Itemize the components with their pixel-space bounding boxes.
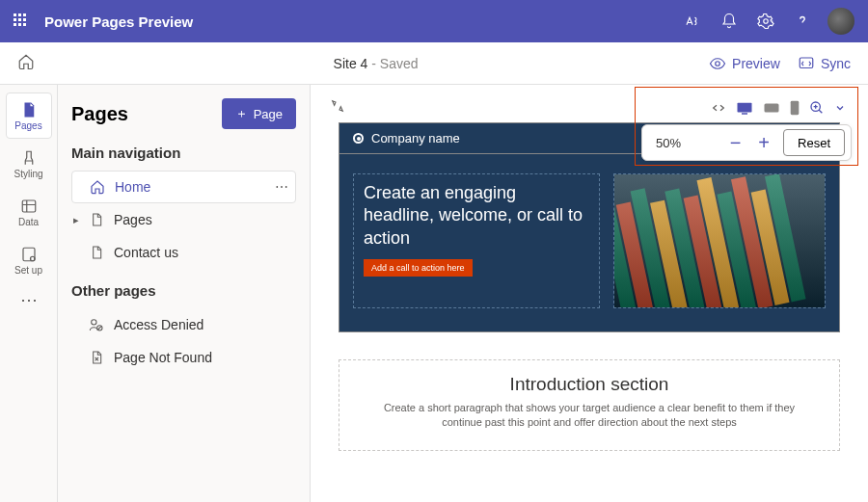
code-view-icon[interactable] bbox=[711, 100, 726, 116]
rail-more-icon[interactable]: ⋯ bbox=[20, 289, 38, 310]
hero-image[interactable] bbox=[613, 173, 826, 308]
app-title: Power Pages Preview bbox=[44, 13, 193, 30]
tree-label: Contact us bbox=[114, 245, 178, 260]
add-page-label: Page bbox=[254, 107, 283, 121]
rail-pages[interactable]: Pages bbox=[6, 92, 52, 139]
page-preview-scroll[interactable]: Company name Create an engaging headline… bbox=[326, 121, 853, 488]
rail-data[interactable]: Data bbox=[6, 189, 52, 235]
app-header: Power Pages Preview bbox=[0, 0, 868, 42]
panel-title: Pages bbox=[71, 103, 128, 125]
logo-radio-icon bbox=[353, 133, 364, 144]
svg-rect-9 bbox=[742, 113, 747, 115]
preview-button[interactable]: Preview bbox=[709, 55, 780, 72]
zoom-icon[interactable] bbox=[809, 100, 825, 116]
site-name: Site 4 bbox=[334, 56, 368, 71]
settings-icon[interactable] bbox=[750, 6, 781, 37]
zoom-in-button[interactable]: + bbox=[754, 132, 773, 154]
desktop-view-icon[interactable] bbox=[736, 101, 753, 115]
preview-label: Preview bbox=[732, 56, 780, 71]
save-status: - Saved bbox=[367, 56, 418, 71]
hero-cta-button[interactable]: Add a call to action here bbox=[364, 259, 473, 277]
more-icon[interactable]: ⋯ bbox=[275, 179, 289, 195]
svg-rect-8 bbox=[738, 103, 752, 113]
help-icon[interactable] bbox=[787, 6, 818, 37]
viewport-toolbar-highlight: 50% − + Reset bbox=[635, 87, 858, 166]
intro-body: Create a short paragraph that shows your… bbox=[370, 401, 808, 431]
pages-panel: Pages ＋ Page Main navigation Home ⋯ ▸ Pa… bbox=[58, 85, 311, 502]
command-bar: Site 4 - Saved Preview Sync bbox=[0, 42, 868, 85]
svg-point-0 bbox=[764, 19, 769, 24]
tree-label: Access Denied bbox=[114, 317, 203, 332]
intro-title: Introduction section bbox=[370, 374, 808, 395]
tree-item-not-found[interactable]: Page Not Found bbox=[71, 341, 296, 374]
svg-rect-11 bbox=[791, 101, 800, 115]
svg-point-1 bbox=[716, 61, 720, 66]
zoom-reset-button[interactable]: Reset bbox=[783, 129, 845, 156]
app-launcher-icon[interactable] bbox=[14, 13, 29, 29]
tree-label: Page Not Found bbox=[114, 350, 212, 365]
tree-label: Pages bbox=[114, 212, 152, 227]
intro-section[interactable]: Introduction section Create a short para… bbox=[339, 359, 840, 451]
company-name: Company name bbox=[371, 131, 460, 145]
tablet-landscape-icon[interactable] bbox=[763, 102, 780, 114]
svg-rect-2 bbox=[800, 58, 813, 68]
sync-button[interactable]: Sync bbox=[798, 55, 851, 72]
tree-item-access-denied[interactable]: Access Denied bbox=[71, 308, 296, 341]
hero-section[interactable]: Create an engaging headline, welcome, or… bbox=[339, 153, 840, 332]
site-status: Site 4 - Saved bbox=[334, 56, 419, 71]
tree-item-contact[interactable]: Contact us bbox=[71, 236, 296, 269]
plus-icon: ＋ bbox=[235, 105, 248, 122]
chevron-right-icon[interactable]: ▸ bbox=[73, 214, 79, 226]
rail-styling-label: Styling bbox=[14, 169, 42, 179]
user-avatar[interactable] bbox=[827, 8, 854, 35]
section-main-nav: Main navigation bbox=[71, 145, 296, 161]
svg-rect-4 bbox=[23, 248, 35, 261]
zoom-control: 50% − + Reset bbox=[641, 124, 852, 161]
tree-label: Home bbox=[115, 179, 150, 195]
chevron-down-icon[interactable] bbox=[834, 102, 846, 114]
hero-headline: Create an engaging headline, welcome, or… bbox=[364, 182, 589, 250]
add-page-button[interactable]: ＋ Page bbox=[222, 98, 296, 129]
design-canvas: 50% − + Reset Company name Create an eng… bbox=[311, 85, 868, 502]
rail-setup-label: Set up bbox=[14, 265, 42, 276]
hero-text-block[interactable]: Create an engaging headline, welcome, or… bbox=[353, 173, 600, 308]
sync-label: Sync bbox=[821, 56, 851, 71]
zoom-percent: 50% bbox=[656, 136, 681, 150]
zoom-out-button[interactable]: − bbox=[726, 132, 746, 154]
svg-rect-10 bbox=[765, 104, 779, 113]
rail-setup[interactable]: Set up bbox=[6, 237, 52, 283]
move-handle-icon[interactable] bbox=[330, 98, 345, 118]
tree-item-home[interactable]: Home ⋯ bbox=[71, 171, 296, 203]
section-other-pages: Other pages bbox=[71, 282, 296, 299]
rail-pages-label: Pages bbox=[14, 120, 41, 131]
notifications-icon[interactable] bbox=[714, 6, 745, 37]
rail-styling[interactable]: Styling bbox=[6, 141, 52, 187]
rail-data-label: Data bbox=[18, 217, 39, 227]
svg-point-6 bbox=[92, 320, 96, 325]
copilot-icon[interactable] bbox=[677, 6, 708, 37]
left-rail: Pages Styling Data Set up ⋯ bbox=[0, 85, 58, 502]
svg-rect-3 bbox=[22, 200, 36, 212]
mobile-view-icon[interactable] bbox=[790, 100, 800, 116]
home-icon[interactable] bbox=[17, 53, 35, 73]
tree-item-pages[interactable]: ▸ Pages bbox=[71, 203, 296, 236]
svg-rect-25 bbox=[614, 174, 825, 307]
